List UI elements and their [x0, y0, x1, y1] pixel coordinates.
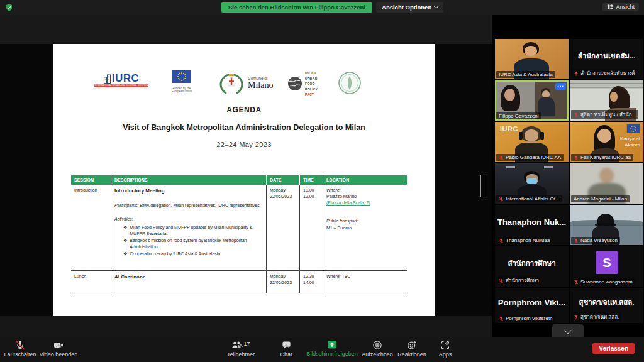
participant-tile[interactable]: International Affairs Of...	[495, 163, 569, 204]
muted-mic-icon	[499, 155, 504, 160]
view-layout-button[interactable]: Ansicht	[602, 3, 639, 11]
col-header-time: TIME	[299, 175, 323, 185]
time-cell: 10.00 12.00	[299, 185, 323, 270]
muted-mic-icon	[574, 315, 579, 320]
participant-tile[interactable]: Andrea Magarini - Milan	[570, 163, 643, 204]
eu-flag-logo: Funded by the European Union	[171, 70, 192, 94]
share-background-strip	[0, 15, 492, 44]
activity-item: ❖Cooperation recap by IURC Asia & Austra…	[114, 251, 262, 257]
session-cell: Introduction	[71, 185, 111, 270]
participant-name-label: IURC Asia & Australasia	[496, 71, 555, 78]
participants-text: BMA delegation, Milan representatives, I…	[139, 203, 260, 207]
mufpp-logo: MILAN URBAN FOOD POLICY PACT	[287, 70, 318, 97]
map-link[interactable]: (Piazza della Scala, 2)	[326, 200, 370, 205]
participant-display-name: สำนักการศึกษา	[495, 246, 569, 280]
reactions-button[interactable]: Reaktionen	[394, 340, 430, 358]
participant-display-name: Thanaphon Nuk...	[495, 205, 569, 239]
participant-tile[interactable]: Kanyarat Aksorn Faii Kanyarat IURC aa	[570, 122, 643, 162]
participant-name-label: International Affairs Of...	[496, 195, 562, 202]
activity-item: ❖Bangkok's mission on food system by Ban…	[114, 238, 262, 250]
bma-seal-logo	[337, 70, 362, 98]
session-cell: Lunch	[71, 271, 111, 293]
security-shield-icon[interactable]	[5, 3, 13, 14]
meeting-top-bar: Sie sehen den Bildschirm von Filippo Gav…	[0, 0, 644, 15]
muted-mic-icon	[574, 238, 579, 243]
share-screen-button[interactable]: Bildschirm freigeben	[306, 340, 358, 357]
participant-tile[interactable]: สุชาดา/จนท.สสล. สุชาดา/จนท.สสล.	[570, 288, 643, 323]
comune-di-milano-logo: Comune di Milano	[219, 69, 273, 97]
record-icon	[372, 340, 382, 350]
participant-name-label: สุธิดา ทรเพิ่มพูน / สำนัก...	[571, 110, 638, 119]
participant-name-label: Pablo Gándara IURC AA	[496, 154, 564, 161]
iurc-background-logo: IURC	[500, 125, 518, 133]
iurc-logo: IURC INTERNATIONAL URBAN AND REGIONAL CO…	[94, 73, 148, 87]
participant-tile-active-speaker[interactable]: ... Filippo Gavazzeni	[495, 80, 569, 121]
iurc-buildings-icon	[104, 74, 111, 84]
activities-label: Activities:	[114, 217, 133, 221]
logo-row: IURC INTERNATIONAL URBAN AND REGIONAL CO…	[53, 68, 435, 104]
activity-item: ❖Milan Food Policy and MUFPP updates by …	[114, 224, 262, 237]
apps-icon	[440, 340, 450, 350]
apps-button[interactable]: Apps	[431, 340, 460, 358]
table-row: Lunch Al Cantinone Monday 22/05/2023 12.…	[71, 271, 407, 293]
mufpp-globe-icon	[287, 75, 303, 92]
participant-tile[interactable]: Pornphrom Viki... Pornphrom Vikitsreth	[495, 288, 569, 323]
view-options-button[interactable]: Ansicht Optionen	[376, 2, 443, 13]
reactions-smiley-icon	[407, 340, 417, 350]
participant-display-name: สำนักงานเขตสัม...	[570, 39, 643, 73]
location-cell: Where: Palazzo Marino (Piazza della Scal…	[323, 185, 407, 270]
document-date-range: 22–24 May 2023	[53, 141, 435, 148]
zoom-meeting-window: Sie sehen den Bildschirm von Filippo Gav…	[0, 0, 644, 362]
participant-display-name: Pornphrom Viki...	[495, 288, 569, 317]
participant-tile[interactable]: สำนักงานเขตสัม... สำนักงานเขตสัมพันธวงศ์	[570, 39, 643, 79]
grid-view-icon	[607, 4, 613, 10]
agenda-table: SESSION DESCRIPTIONS DATE TIME LOCATION …	[71, 175, 407, 293]
share-screen-icon	[327, 340, 337, 349]
descriptions-cell: Introductory Meeting Participants: BMA d…	[111, 185, 266, 270]
tile-more-button[interactable]: ...	[555, 83, 566, 90]
participant-tile[interactable]: IURC Asia & Australasia	[495, 39, 569, 79]
participant-name-label: Pornphrom Vikitsreth	[496, 315, 555, 322]
participants-button[interactable]: 17 Teilnehmer	[219, 340, 263, 358]
col-header-session: SESSION	[71, 175, 111, 185]
participant-name-label: Filippo Gavazzeni	[496, 112, 541, 119]
table-row: Introduction Introductory Meeting Partic…	[71, 185, 407, 271]
chevron-down-icon	[434, 4, 438, 9]
panel-resize-handle[interactable]	[480, 175, 484, 197]
participant-tile[interactable]: สุธิดา ทรเพิ่มพูน / สำนัก...	[570, 80, 643, 121]
chat-button[interactable]: Chat	[270, 340, 302, 358]
milano-emblem-icon	[219, 69, 244, 97]
avatar: S	[596, 251, 618, 274]
table-header-row: SESSION DESCRIPTIONS DATE TIME LOCATION	[71, 175, 407, 185]
scroll-participants-down-button[interactable]	[552, 324, 584, 338]
stop-video-button[interactable]: Video beenden	[38, 340, 79, 358]
participant-name-label: Suwannee wongsasom	[571, 278, 635, 285]
muted-mic-icon	[499, 197, 504, 202]
shared-document-page: IURC INTERNATIONAL URBAN AND REGIONAL CO…	[53, 44, 435, 316]
participant-name-label: Andrea Magarini - Milan	[571, 195, 630, 202]
meeting-toolbar: Lautschalten Video beenden 17 Teilnehmer…	[0, 337, 644, 362]
muted-mic-icon	[574, 155, 579, 160]
participant-name-label: Nada Weayusoh	[571, 237, 620, 244]
muted-mic-icon	[574, 280, 579, 285]
participant-name-label: สำนักการศึกษา	[496, 276, 541, 285]
participant-name-label: สุชาดา/จนท.สสล.	[571, 312, 621, 322]
descriptions-cell: Al Cantinone	[111, 271, 266, 293]
muted-mic-icon	[499, 316, 504, 321]
screen-share-banner: Sie sehen den Bildschirm von Filippo Gav…	[221, 2, 372, 13]
muted-mic-icon	[499, 238, 504, 243]
participant-tile[interactable]: Thanaphon Nuk... Thanaphon Nukuea	[495, 205, 569, 245]
muted-mic-icon	[574, 112, 579, 118]
date-cell: Monday 22/05/2023	[266, 271, 299, 293]
participant-tile[interactable]: S Suwannee wongsasom	[570, 246, 643, 287]
leave-meeting-button[interactable]: Verlassen	[592, 343, 635, 354]
participant-tile[interactable]: Nada Weayusoh	[570, 205, 643, 245]
col-header-location: LOCATION	[323, 175, 407, 185]
participant-tile[interactable]: สำนักการศึกษา สำนักการศึกษา	[495, 246, 569, 287]
muted-mic-icon	[499, 278, 504, 283]
participant-tile[interactable]: IURC Pablo Gándara IURC AA	[495, 122, 569, 162]
mute-button[interactable]: Lautschalten	[3, 340, 38, 358]
col-header-date: DATE	[266, 175, 299, 185]
chevron-down-icon	[564, 327, 571, 334]
record-button[interactable]: Aufzeichnen	[359, 340, 396, 358]
